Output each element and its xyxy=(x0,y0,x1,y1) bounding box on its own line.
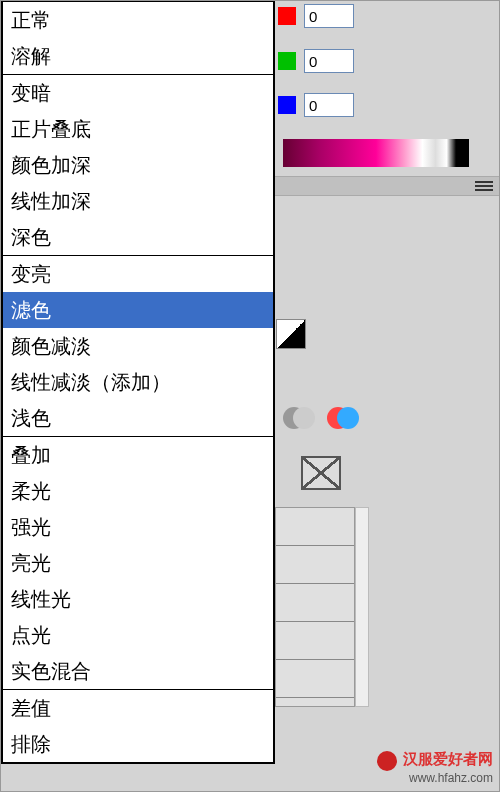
watermark-title: 汉服爱好者网 xyxy=(403,750,493,767)
blend-mode-item[interactable]: 颜色减淡 xyxy=(3,328,273,364)
list-item[interactable] xyxy=(276,660,354,698)
blend-mode-item[interactable]: 正片叠底 xyxy=(3,111,273,147)
list-scrollbox[interactable] xyxy=(275,507,355,707)
blend-mode-item[interactable]: 溶解 xyxy=(3,38,273,74)
green-value-input[interactable] xyxy=(304,49,354,73)
blue-swatch xyxy=(278,96,296,114)
blend-mode-item[interactable]: 变亮 xyxy=(3,256,273,292)
blend-mode-item[interactable]: 叠加 xyxy=(3,437,273,473)
panel-menu-icon[interactable] xyxy=(475,179,493,193)
red-channel-row xyxy=(278,4,354,28)
list-item[interactable] xyxy=(276,622,354,660)
blend-mode-item[interactable]: 线性减淡（添加） xyxy=(3,364,273,400)
watermark: 汉服爱好者网 www.hfahz.com xyxy=(377,750,493,785)
blue-channel-row xyxy=(278,93,354,117)
watermark-url: www.hfahz.com xyxy=(409,771,493,785)
blend-mode-item[interactable]: 强光 xyxy=(3,509,273,545)
blend-mode-item[interactable]: 点光 xyxy=(3,617,273,653)
green-channel-row xyxy=(278,49,354,73)
blue-value-input[interactable] xyxy=(304,93,354,117)
blend-mode-item[interactable]: 线性加深 xyxy=(3,183,273,219)
green-swatch xyxy=(278,52,296,70)
blend-mode-item[interactable]: 浅色 xyxy=(3,400,273,436)
blend-mode-dropdown[interactable]: 正常溶解变暗正片叠底颜色加深线性加深深色变亮滤色颜色减淡线性减淡（添加）浅色叠加… xyxy=(1,1,275,764)
blend-mode-item[interactable]: 差值 xyxy=(3,690,273,726)
red-swatch xyxy=(278,7,296,25)
blend-mode-item[interactable]: 亮光 xyxy=(3,545,273,581)
none-box-icon[interactable] xyxy=(301,456,341,490)
blend-mode-item[interactable]: 正常 xyxy=(3,2,273,38)
color-gradient-strip[interactable] xyxy=(283,139,469,167)
blend-mode-item[interactable]: 实色混合 xyxy=(3,653,273,689)
default-colors-icon[interactable] xyxy=(276,319,306,349)
blend-mode-item[interactable]: 颜色加深 xyxy=(3,147,273,183)
blend-mode-item[interactable]: 柔光 xyxy=(3,473,273,509)
circles-icon-row xyxy=(283,401,361,435)
stamp-icon xyxy=(377,751,397,771)
blend-mode-item[interactable]: 线性光 xyxy=(3,581,273,617)
blend-mode-item[interactable]: 深色 xyxy=(3,219,273,255)
blend-mode-item[interactable]: 排除 xyxy=(3,726,273,762)
list-item[interactable] xyxy=(276,508,354,546)
list-item[interactable] xyxy=(276,584,354,622)
grayscale-overlap-icon[interactable] xyxy=(283,401,317,435)
blend-mode-item[interactable]: 变暗 xyxy=(3,75,273,111)
mask-icon-row xyxy=(276,319,306,349)
list-item[interactable] xyxy=(276,546,354,584)
red-value-input[interactable] xyxy=(304,4,354,28)
scrollbar-track[interactable] xyxy=(355,507,369,707)
color-overlap-icon[interactable] xyxy=(327,401,361,435)
blend-mode-item[interactable]: 滤色 xyxy=(3,292,273,328)
